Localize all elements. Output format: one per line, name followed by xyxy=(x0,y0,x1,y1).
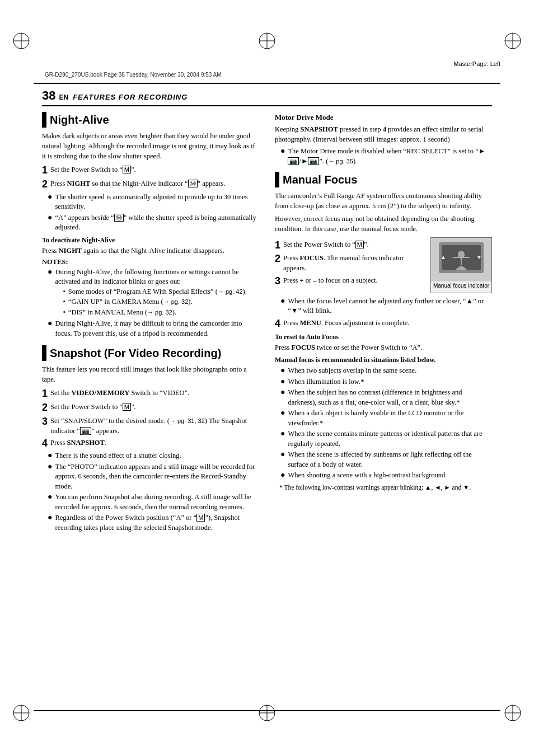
reg-mark-bottom-center xyxy=(257,703,277,725)
page-number-en: EN xyxy=(59,93,68,101)
snap-bullet-1: ● There is the sound effect of a shutter… xyxy=(48,451,259,461)
snap-step-text-4: Press SNAPSHOT. xyxy=(50,438,259,450)
page-number: 38 xyxy=(42,88,55,103)
bullet-shutter-speed: ● The shutter speed is automatically adj… xyxy=(48,192,259,212)
mf-step-text-4: Press MENU. Focus adjustment is complete… xyxy=(283,318,492,330)
mf-step-num-3: 3 xyxy=(275,275,280,288)
snapshot-step-2: 2 Set the Power Switch to “M”. xyxy=(42,402,259,414)
snap-step-text-1: Set the VIDEO/MEMORY Switch to “VIDEO”. xyxy=(50,388,259,400)
left-column: Night-Alive Makes dark subjects or areas… xyxy=(42,110,259,534)
snapshot-step-1: 1 Set the VIDEO/MEMORY Switch to “VIDEO”… xyxy=(42,388,259,400)
bullet-a-indicator: ● “A” appears beside “Ⓜ” while the shutt… xyxy=(48,213,259,233)
right-column: Motor Drive Mode Keeping SNAPSHOT presse… xyxy=(275,110,492,534)
mf-step-text-3: Press + or – to focus on a subject. xyxy=(283,275,426,288)
reg-mark-top-center xyxy=(257,31,277,53)
section-title: FEATURES FOR RECORDING xyxy=(73,93,188,101)
snapshot-bullets: ● There is the sound effect of a shutter… xyxy=(48,451,259,533)
recommended-list: ● When two subjects overlap in the same … xyxy=(280,366,492,481)
night-alive-title: Night-Alive xyxy=(50,114,109,126)
night-alive-intro: Makes dark subjects or areas even bright… xyxy=(42,131,259,161)
mf-step-2: 2 Press FOCUS. The manual focus indicato… xyxy=(275,253,426,273)
manual-focus-image: ▲ ▼ xyxy=(431,238,491,281)
top-rule xyxy=(34,83,500,84)
motor-drive-heading: Motor Drive Mode xyxy=(275,113,492,122)
snapshot-step-3: 3 Set “SNAP/SLOW” to the desired mode. (… xyxy=(42,416,259,436)
svg-text:▲: ▲ xyxy=(441,254,446,260)
snapshot-intro: This feature lets you record still image… xyxy=(42,364,259,384)
asterisk-note: * The following low-contrast warnings ap… xyxy=(279,483,492,492)
snap-step-num-2: 2 xyxy=(42,402,48,414)
snap-bullet-4: ● Regardless of the Power Switch positio… xyxy=(48,513,259,533)
snap-step-num-4: 4 xyxy=(42,438,48,450)
night-alive-step-1: 1 Set the Power Switch to “M”. xyxy=(42,165,259,177)
svg-point-22 xyxy=(458,251,465,259)
notes-list: ● During Night-Alive, the following func… xyxy=(48,267,259,339)
deactivate-text: Press NIGHT again so that the Night-Aliv… xyxy=(42,246,259,256)
snap-step-text-2: Set the Power Switch to “M”. xyxy=(50,402,259,414)
mf-step-4: 4 Press MENU. Focus adjustment is comple… xyxy=(275,318,492,330)
rec-3: ● When the subject has no contrast (diff… xyxy=(280,388,492,407)
reset-heading: To reset to Auto Focus xyxy=(275,333,492,341)
night-alive-heading: Night-Alive xyxy=(42,112,259,128)
sub-note-2: • “GAIN UP” in CAMERA Menu (→ pg. 32). xyxy=(63,297,259,307)
step-text-1: Set the Power Switch to “M”. xyxy=(50,165,259,177)
step-num-1: 1 xyxy=(42,165,48,177)
manual-focus-heading: Manual Focus xyxy=(275,172,492,187)
night-alive-bullets: ● The shutter speed is automatically adj… xyxy=(48,192,259,233)
manual-focus-image-box: ▲ ▼ Manual focus indicator xyxy=(430,237,492,293)
snapshot-bar xyxy=(42,345,46,361)
snapshot-heading: Snapshot (For Video Recording) xyxy=(42,345,259,361)
mf-step-3: 3 Press + or – to focus on a subject. xyxy=(275,275,426,288)
recommended-heading: Manual focus is recommended in situation… xyxy=(275,356,492,364)
manual-focus-intro2: However, correct focus may not be obtain… xyxy=(275,214,492,234)
rec-4: ● When a dark object is barely visible i… xyxy=(280,408,492,428)
note-1-sub: • Some modes of “Program AE With Special… xyxy=(63,287,259,318)
snap-bullet-3: ● You can perform Snapshot also during r… xyxy=(48,492,259,512)
note-1: ● During Night-Alive, the following func… xyxy=(48,267,259,318)
motor-bullet-1: ● The Motor Drive mode is disabled when … xyxy=(280,147,492,166)
file-info: GR-D290_270US.book Page 38 Tuesday, Nove… xyxy=(45,72,222,78)
mf-step-num-2: 2 xyxy=(275,253,280,273)
sub-note-3: • “DIS” in MANUAL Menu (→ pg. 32). xyxy=(63,308,259,318)
night-alive-bar xyxy=(42,112,46,128)
rec-1: ● When two subjects overlap in the same … xyxy=(280,366,492,376)
rec-6: ● When the scene is affected by sunbeams… xyxy=(280,450,492,469)
step-num-2: 2 xyxy=(42,179,48,191)
deactivate-heading: To deactivate Night-Alive xyxy=(42,236,259,245)
bottom-rule xyxy=(34,710,500,711)
snap-step-num-3: 3 xyxy=(42,416,48,436)
mf-step-num-4: 4 xyxy=(275,318,280,330)
mf-focus-note: ● When the focus level cannot be adjuste… xyxy=(280,297,492,316)
reset-text: Press FOCUS twice or set the Power Switc… xyxy=(275,342,492,353)
svg-text:▼: ▼ xyxy=(476,254,482,260)
mf-step-text-2: Press FOCUS. The manual focus indicator … xyxy=(283,253,426,273)
snap-bullet-2: ● The “PHOTO” indication appears and a s… xyxy=(48,462,259,492)
mf-step-text-1: Set the Power Switch to “M”. xyxy=(283,240,426,252)
rec-5: ● When the scene contains minute pattern… xyxy=(280,429,492,449)
manual-focus-intro: The camcorder’s Full Range AF system off… xyxy=(275,191,492,211)
step-text-2: Press NIGHT so that the Night-Alive indi… xyxy=(50,179,259,191)
rec-2: ● When illumination is low.* xyxy=(280,377,492,387)
snapshot-title: Snapshot (For Video Recording) xyxy=(50,347,221,360)
snap-step-text-3: Set “SNAP/SLOW” to the desired mode. (→ … xyxy=(50,416,259,436)
manual-focus-caption: Manual focus indicator xyxy=(431,281,491,290)
manual-focus-bar xyxy=(275,172,279,187)
mf-focus-bullet: ● When the focus level cannot be adjuste… xyxy=(280,297,492,316)
notes-heading: NOTES: xyxy=(42,258,259,266)
sub-note-1: • Some modes of “Program AE With Special… xyxy=(63,287,259,297)
reg-mark-top-right xyxy=(503,31,523,53)
mf-step-1: 1 Set the Power Switch to “M”. xyxy=(275,240,426,252)
reg-mark-bottom-right xyxy=(503,703,523,725)
mf-step-num-1: 1 xyxy=(275,240,280,252)
reg-mark-top-left xyxy=(11,31,31,53)
motor-drive-bullets: ● The Motor Drive mode is disabled when … xyxy=(280,147,492,166)
page: MasterPage: Left GR-D290_270US.book Page… xyxy=(0,0,534,756)
snapshot-step-4: 4 Press SNAPSHOT. xyxy=(42,438,259,450)
snap-step-num-1: 1 xyxy=(42,388,48,400)
masterpage-label: MasterPage: Left xyxy=(453,60,500,67)
motor-drive-text: Keeping SNAPSHOT pressed in step 4 provi… xyxy=(275,124,492,144)
reg-mark-bottom-left xyxy=(11,703,31,725)
night-alive-step-2: 2 Press NIGHT so that the Night-Alive in… xyxy=(42,179,259,191)
note-2: ● During Night-Alive, it may be difficul… xyxy=(48,319,259,339)
main-content: 38EN FEATURES FOR RECORDING Night-Alive … xyxy=(42,88,492,706)
